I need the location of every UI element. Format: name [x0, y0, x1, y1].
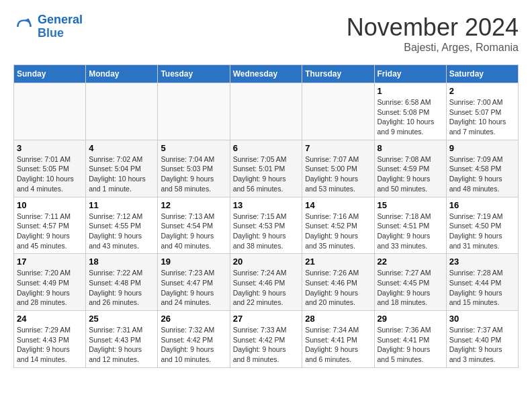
day-info: Sunrise: 7:20 AM Sunset: 4:49 PM Dayligh… — [17, 268, 83, 308]
calendar-cell: 20Sunrise: 7:24 AM Sunset: 4:46 PM Dayli… — [230, 254, 302, 311]
day-info: Sunrise: 7:26 AM Sunset: 4:46 PM Dayligh… — [305, 268, 371, 308]
day-info: Sunrise: 7:05 AM Sunset: 5:01 PM Dayligh… — [233, 154, 300, 194]
calendar-week-row: 10Sunrise: 7:11 AM Sunset: 4:57 PM Dayli… — [14, 197, 519, 254]
day-number: 12 — [161, 200, 226, 210]
day-number: 24 — [17, 314, 83, 324]
day-info: Sunrise: 7:08 AM Sunset: 4:59 PM Dayligh… — [378, 154, 443, 194]
day-info: Sunrise: 7:33 AM Sunset: 4:42 PM Dayligh… — [233, 325, 300, 365]
day-number: 10 — [17, 200, 83, 210]
weekday-header: Sunday — [14, 65, 86, 83]
day-number: 5 — [161, 143, 226, 153]
calendar-cell: 19Sunrise: 7:23 AM Sunset: 4:47 PM Dayli… — [158, 254, 230, 311]
day-number: 15 — [378, 200, 443, 210]
calendar-week-row: 17Sunrise: 7:20 AM Sunset: 4:49 PM Dayli… — [14, 254, 519, 311]
day-info: Sunrise: 7:31 AM Sunset: 4:43 PM Dayligh… — [89, 325, 154, 365]
day-number: 1 — [378, 86, 443, 96]
calendar-table: SundayMondayTuesdayWednesdayThursdayFrid… — [13, 64, 519, 368]
calendar-cell: 9Sunrise: 7:09 AM Sunset: 4:58 PM Daylig… — [446, 140, 518, 197]
calendar-cell — [158, 83, 230, 140]
calendar-cell: 17Sunrise: 7:20 AM Sunset: 4:49 PM Dayli… — [14, 254, 86, 311]
day-info: Sunrise: 6:58 AM Sunset: 5:08 PM Dayligh… — [378, 97, 443, 137]
calendar-cell: 1Sunrise: 6:58 AM Sunset: 5:08 PM Daylig… — [374, 83, 446, 140]
day-info: Sunrise: 7:16 AM Sunset: 4:52 PM Dayligh… — [305, 212, 371, 251]
calendar-cell: 24Sunrise: 7:29 AM Sunset: 4:43 PM Dayli… — [14, 311, 86, 368]
logo-icon — [13, 16, 35, 38]
day-number: 16 — [449, 200, 515, 210]
calendar-cell: 23Sunrise: 7:28 AM Sunset: 4:44 PM Dayli… — [446, 254, 518, 311]
day-number: 26 — [161, 314, 226, 324]
calendar-week-row: 1Sunrise: 6:58 AM Sunset: 5:08 PM Daylig… — [14, 83, 519, 140]
calendar-cell: 14Sunrise: 7:16 AM Sunset: 4:52 PM Dayli… — [302, 197, 374, 254]
weekday-header: Friday — [374, 65, 446, 83]
weekday-header: Saturday — [446, 65, 518, 83]
day-number: 18 — [89, 257, 154, 267]
day-number: 2 — [449, 86, 515, 96]
day-info: Sunrise: 7:13 AM Sunset: 4:54 PM Dayligh… — [161, 212, 226, 251]
day-number: 27 — [233, 314, 300, 324]
day-number: 23 — [449, 257, 515, 267]
day-info: Sunrise: 7:12 AM Sunset: 4:55 PM Dayligh… — [89, 212, 154, 251]
month-title: November 2024 — [347, 13, 519, 42]
day-info: Sunrise: 7:27 AM Sunset: 4:45 PM Dayligh… — [378, 268, 443, 308]
day-info: Sunrise: 7:00 AM Sunset: 5:07 PM Dayligh… — [449, 97, 515, 137]
title-area: November 2024 Bajesti, Arges, Romania — [347, 13, 519, 54]
calendar-cell: 13Sunrise: 7:15 AM Sunset: 4:53 PM Dayli… — [230, 197, 302, 254]
day-number: 28 — [305, 314, 371, 324]
day-info: Sunrise: 7:37 AM Sunset: 4:40 PM Dayligh… — [449, 325, 515, 365]
day-number: 17 — [17, 257, 83, 267]
day-info: Sunrise: 7:23 AM Sunset: 4:47 PM Dayligh… — [161, 268, 226, 308]
day-number: 3 — [17, 143, 83, 153]
day-info: Sunrise: 7:11 AM Sunset: 4:57 PM Dayligh… — [17, 212, 83, 251]
calendar-cell — [230, 83, 302, 140]
calendar-cell: 29Sunrise: 7:36 AM Sunset: 4:41 PM Dayli… — [374, 311, 446, 368]
calendar-cell: 3Sunrise: 7:01 AM Sunset: 5:05 PM Daylig… — [14, 140, 86, 197]
day-info: Sunrise: 7:22 AM Sunset: 4:48 PM Dayligh… — [89, 268, 154, 308]
day-info: Sunrise: 7:01 AM Sunset: 5:05 PM Dayligh… — [17, 154, 83, 194]
day-info: Sunrise: 7:28 AM Sunset: 4:44 PM Dayligh… — [449, 268, 515, 308]
day-number: 20 — [233, 257, 300, 267]
calendar-week-row: 3Sunrise: 7:01 AM Sunset: 5:05 PM Daylig… — [14, 140, 519, 197]
day-info: Sunrise: 7:09 AM Sunset: 4:58 PM Dayligh… — [449, 154, 515, 194]
logo-general: General — [38, 13, 83, 26]
calendar-cell: 16Sunrise: 7:19 AM Sunset: 4:50 PM Dayli… — [446, 197, 518, 254]
calendar-cell: 28Sunrise: 7:34 AM Sunset: 4:41 PM Dayli… — [302, 311, 374, 368]
day-number: 11 — [89, 200, 154, 210]
calendar-cell: 15Sunrise: 7:18 AM Sunset: 4:51 PM Dayli… — [374, 197, 446, 254]
calendar-cell: 4Sunrise: 7:02 AM Sunset: 5:04 PM Daylig… — [86, 140, 158, 197]
calendar-cell: 2Sunrise: 7:00 AM Sunset: 5:07 PM Daylig… — [446, 83, 518, 140]
day-number: 9 — [449, 143, 515, 153]
calendar-cell: 22Sunrise: 7:27 AM Sunset: 4:45 PM Dayli… — [374, 254, 446, 311]
header-row: SundayMondayTuesdayWednesdayThursdayFrid… — [14, 65, 519, 83]
day-info: Sunrise: 7:24 AM Sunset: 4:46 PM Dayligh… — [233, 268, 300, 308]
day-number: 22 — [378, 257, 443, 267]
day-number: 13 — [233, 200, 300, 210]
calendar-cell: 25Sunrise: 7:31 AM Sunset: 4:43 PM Dayli… — [86, 311, 158, 368]
day-number: 30 — [449, 314, 515, 324]
day-info: Sunrise: 7:19 AM Sunset: 4:50 PM Dayligh… — [449, 212, 515, 251]
logo: General Blue — [13, 13, 83, 40]
day-number: 19 — [161, 257, 226, 267]
day-info: Sunrise: 7:04 AM Sunset: 5:03 PM Dayligh… — [161, 154, 226, 194]
weekday-header: Wednesday — [230, 65, 302, 83]
weekday-header: Monday — [86, 65, 158, 83]
day-info: Sunrise: 7:29 AM Sunset: 4:43 PM Dayligh… — [17, 325, 83, 365]
weekday-header: Tuesday — [158, 65, 230, 83]
calendar-cell: 11Sunrise: 7:12 AM Sunset: 4:55 PM Dayli… — [86, 197, 158, 254]
day-info: Sunrise: 7:18 AM Sunset: 4:51 PM Dayligh… — [378, 212, 443, 251]
calendar-cell: 12Sunrise: 7:13 AM Sunset: 4:54 PM Dayli… — [158, 197, 230, 254]
calendar-cell: 18Sunrise: 7:22 AM Sunset: 4:48 PM Dayli… — [86, 254, 158, 311]
day-number: 6 — [233, 143, 300, 153]
day-info: Sunrise: 7:02 AM Sunset: 5:04 PM Dayligh… — [89, 154, 154, 194]
page-header: General Blue November 2024 Bajesti, Arge… — [13, 13, 519, 54]
calendar-cell: 27Sunrise: 7:33 AM Sunset: 4:42 PM Dayli… — [230, 311, 302, 368]
calendar-cell: 6Sunrise: 7:05 AM Sunset: 5:01 PM Daylig… — [230, 140, 302, 197]
calendar-cell — [14, 83, 86, 140]
calendar-cell: 30Sunrise: 7:37 AM Sunset: 4:40 PM Dayli… — [446, 311, 518, 368]
day-number: 21 — [305, 257, 371, 267]
calendar-cell: 5Sunrise: 7:04 AM Sunset: 5:03 PM Daylig… — [158, 140, 230, 197]
day-number: 7 — [305, 143, 371, 153]
calendar-body: 1Sunrise: 6:58 AM Sunset: 5:08 PM Daylig… — [14, 83, 519, 368]
calendar-cell: 21Sunrise: 7:26 AM Sunset: 4:46 PM Dayli… — [302, 254, 374, 311]
day-number: 25 — [89, 314, 154, 324]
day-number: 8 — [378, 143, 443, 153]
